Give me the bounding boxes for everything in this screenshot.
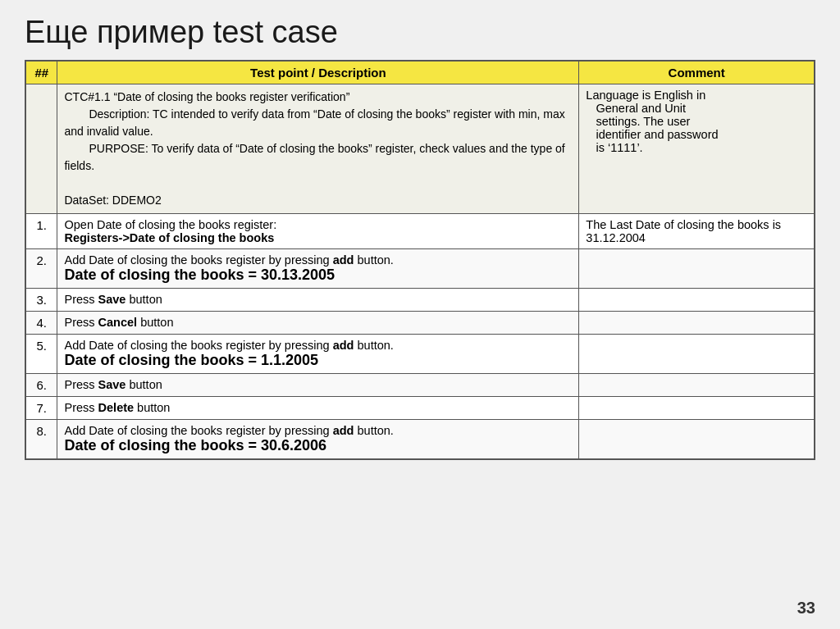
row-6-bold: Save — [98, 378, 126, 391]
table-row: 1. Open Date of closing the books regist… — [25, 214, 815, 249]
row-3-desc: Press Save button — [57, 289, 579, 312]
row-3-comment — [579, 289, 815, 312]
row-5-large: Date of closing the books = 1.1.2005 — [64, 352, 318, 368]
intro-line-4: DataSet: DDEMO2 — [64, 194, 161, 207]
row-4-num: 4. — [25, 312, 57, 335]
row-7-desc: Press Delete button — [57, 397, 579, 420]
intro-line-2: Description: TC intended to verify data … — [64, 106, 572, 140]
test-case-table: ## Test point / Description Comment CTC#… — [25, 60, 815, 460]
table-header-row: ## Test point / Description Comment — [25, 61, 815, 84]
row-1-bold: Registers->Date of closing the books — [64, 231, 274, 244]
row-3-num: 3. — [25, 289, 57, 312]
intro-comment-cell: Language is English in General and Unit … — [579, 84, 815, 214]
row-8-comment — [579, 420, 815, 460]
row-4-comment — [579, 312, 815, 335]
row-4-bold: Cancel — [98, 316, 138, 329]
table-row: 4. Press Cancel button — [25, 312, 815, 335]
row-1-comment: The Last Date of closing the books is 31… — [579, 214, 815, 249]
row-1-num: 1. — [25, 214, 57, 249]
row-7-comment — [579, 397, 815, 420]
row-8-num: 8. — [25, 420, 57, 460]
row-5-comment — [579, 335, 815, 374]
table-row: 8. Add Date of closing the books registe… — [25, 420, 815, 460]
slide-title: Еще пример test case — [25, 15, 815, 50]
row-2-comment — [579, 249, 815, 289]
table-row: 5. Add Date of closing the books registe… — [25, 335, 815, 374]
table-row: 3. Press Save button — [25, 289, 815, 312]
intro-description-cell: CTC#1.1 “Date of closing the books regis… — [57, 84, 579, 214]
row-1-desc: Open Date of closing the books register:… — [57, 214, 579, 249]
table-row: 2. Add Date of closing the books registe… — [25, 249, 815, 289]
row-4-desc: Press Cancel button — [57, 312, 579, 335]
intro-num-cell — [25, 84, 57, 214]
row-7-bold: Delete — [98, 401, 135, 414]
row-2-large: Date of closing the books = 30.13.2005 — [64, 267, 335, 283]
row-6-comment — [579, 374, 815, 397]
row-8-large: Date of closing the books = 30.6.2006 — [64, 437, 326, 454]
row-8-desc: Add Date of closing the books register b… — [57, 420, 579, 460]
intro-line-3: PURPOSE: To verify data of “Date of clos… — [64, 140, 572, 175]
row-5-bold: add — [333, 339, 354, 352]
row-6-desc: Press Save button — [57, 374, 579, 397]
intro-row: CTC#1.1 “Date of closing the books regis… — [25, 84, 815, 214]
page-number: 33 — [797, 599, 815, 618]
header-description: Test point / Description — [57, 61, 579, 84]
row-5-desc: Add Date of closing the books register b… — [57, 335, 579, 374]
table-row: 6. Press Save button — [25, 374, 815, 397]
row-2-bold: add — [333, 253, 354, 267]
slide: Еще пример test case ## Test point / Des… — [0, 0, 840, 629]
header-num: ## — [25, 61, 57, 84]
row-5-num: 5. — [25, 335, 57, 374]
row-2-num: 2. — [25, 249, 57, 289]
table-row: 7. Press Delete button — [25, 397, 815, 420]
row-3-bold: Save — [98, 293, 126, 306]
header-comment: Comment — [579, 61, 815, 84]
row-8-bold: add — [333, 424, 354, 437]
row-6-num: 6. — [25, 374, 57, 397]
row-2-desc: Add Date of closing the books register b… — [57, 249, 579, 289]
intro-line-1: CTC#1.1 “Date of closing the books regis… — [64, 90, 349, 103]
row-7-num: 7. — [25, 397, 57, 420]
